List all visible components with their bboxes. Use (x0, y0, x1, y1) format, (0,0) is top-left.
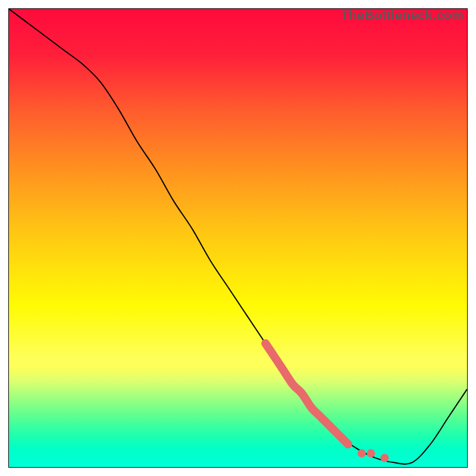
svg-point-0 (344, 440, 352, 449)
svg-point-3 (380, 454, 389, 462)
bottleneck-curve (9, 9, 467, 464)
highlight-band (265, 343, 348, 444)
svg-point-1 (358, 449, 366, 458)
svg-point-2 (367, 449, 375, 458)
plot-area: TheBottleneck.com (8, 8, 468, 468)
chart-svg (9, 9, 467, 467)
chart-container: TheBottleneck.com (0, 0, 476, 476)
highlight-points (344, 440, 389, 462)
